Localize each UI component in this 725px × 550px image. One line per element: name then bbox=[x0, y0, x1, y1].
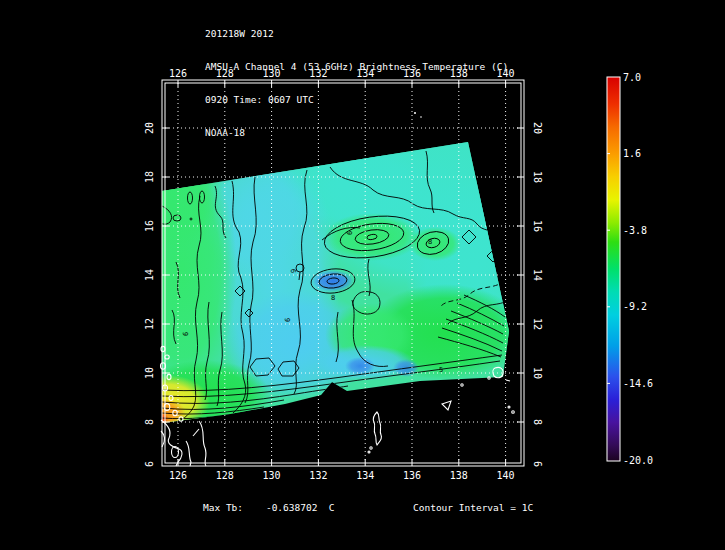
lat-tick-label: 12 bbox=[144, 318, 155, 330]
lat-tick-label: 14 bbox=[144, 269, 155, 281]
lon-tick-label: 136 bbox=[403, 68, 421, 79]
lat-axis-right: 20 18 16 14 12 10 8 6 bbox=[532, 122, 543, 467]
lon-tick-label: 132 bbox=[309, 470, 327, 481]
lon-tick-label: 134 bbox=[356, 68, 374, 79]
lon-tick-label: 136 bbox=[403, 470, 421, 481]
contour-label: 9 bbox=[290, 269, 298, 273]
lon-axis-top: 126 128 130 132 134 136 138 140 bbox=[169, 68, 515, 79]
lon-axis-bottom: 126 128 130 132 134 136 138 140 bbox=[169, 470, 515, 481]
contour-label: 8 bbox=[428, 238, 432, 246]
map-plot: 6 8 9 8 6 5 6 bbox=[0, 0, 725, 550]
colorbar: 7.0 1.6 -3.8 -9.2 -14.6 -20.0 bbox=[607, 72, 653, 466]
lon-tick-label: 140 bbox=[497, 68, 515, 79]
lat-tick-label: 20 bbox=[532, 122, 543, 134]
lon-tick-label: 138 bbox=[450, 68, 468, 79]
contour-label: 6 bbox=[346, 231, 354, 235]
lat-tick-label: 8 bbox=[144, 419, 155, 425]
max-tb-annotation: Max Tb: -0.638702 C bbox=[203, 502, 335, 513]
colorbar-gradient bbox=[607, 77, 620, 461]
lon-tick-label: 128 bbox=[216, 470, 234, 481]
lon-tick-label: 134 bbox=[356, 470, 374, 481]
colorbar-tick-label: -20.0 bbox=[623, 455, 653, 466]
colorbar-tick-label: -3.8 bbox=[623, 225, 647, 236]
lat-tick-label: 10 bbox=[144, 367, 155, 379]
lat-tick-label: 18 bbox=[144, 171, 155, 183]
lon-tick-label: 130 bbox=[263, 470, 281, 481]
lat-tick-label: 6 bbox=[532, 461, 543, 467]
lat-tick-label: 14 bbox=[532, 269, 543, 281]
lat-tick-label: 12 bbox=[532, 318, 543, 330]
lat-tick-label: 16 bbox=[144, 220, 155, 232]
lat-tick-label: 18 bbox=[532, 171, 543, 183]
lat-tick-label: 20 bbox=[144, 122, 155, 134]
colorbar-tick-label: -14.6 bbox=[623, 378, 653, 389]
colorbar-tick-label: 7.0 bbox=[623, 72, 641, 83]
contour-label: 6 bbox=[182, 332, 190, 336]
contour-interval-annotation: Contour Interval = 1C bbox=[413, 502, 533, 513]
lon-tick-label: 132 bbox=[309, 68, 327, 79]
lat-tick-label: 8 bbox=[532, 419, 543, 425]
lon-tick-label: 138 bbox=[450, 470, 468, 481]
lon-tick-label: 126 bbox=[169, 68, 187, 79]
satellite-swath: 6 8 9 8 6 5 6 bbox=[126, 110, 565, 430]
contour-label: 8 bbox=[331, 294, 335, 302]
contour-label: 6 bbox=[284, 318, 292, 322]
screenshot-root: 201218W 2012 AMSU-A Channel 4 (53.6GHz) … bbox=[0, 0, 725, 550]
lat-tick-label: 10 bbox=[532, 367, 543, 379]
lat-tick-label: 6 bbox=[144, 461, 155, 467]
lon-tick-label: 140 bbox=[497, 470, 515, 481]
noise-specks bbox=[414, 112, 422, 118]
lat-axis-left: 20 18 16 14 12 10 8 6 bbox=[144, 122, 155, 467]
lon-tick-label: 128 bbox=[216, 68, 234, 79]
colorbar-tick-label: 1.6 bbox=[623, 148, 641, 159]
colorbar-tick-label: -9.2 bbox=[623, 301, 647, 312]
lat-tick-label: 16 bbox=[532, 220, 543, 232]
lon-tick-label: 130 bbox=[263, 68, 281, 79]
lon-tick-label: 126 bbox=[169, 470, 187, 481]
